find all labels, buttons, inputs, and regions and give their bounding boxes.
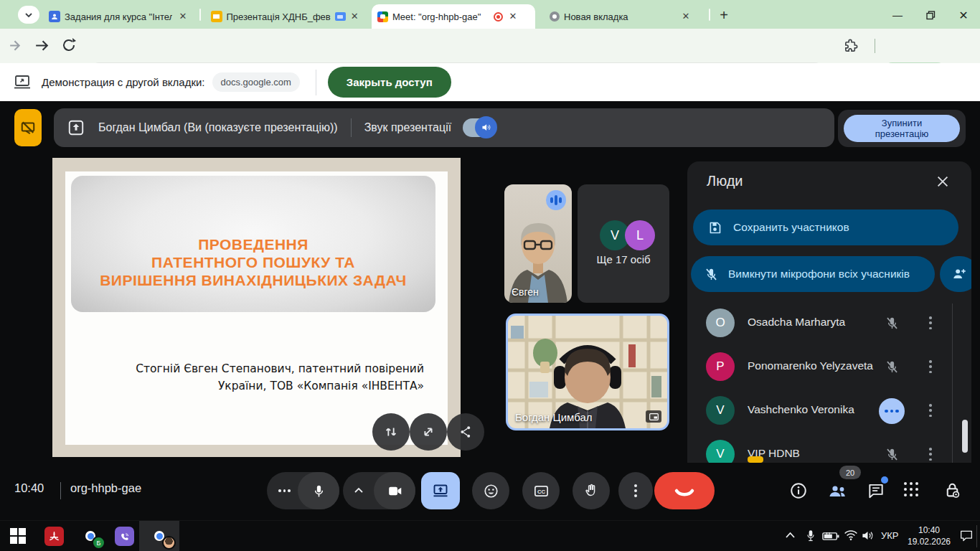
- speaker-icon: [475, 116, 497, 138]
- participant-row[interactable]: O Osadcha Marharyta: [687, 301, 956, 345]
- leave-call-button[interactable]: [654, 472, 715, 509]
- reload-icon[interactable]: [60, 37, 77, 54]
- people-button[interactable]: [828, 481, 848, 500]
- show-desktop-divider[interactable]: [976, 525, 977, 547]
- stop-presenting-button[interactable]: Зупинити презентацію: [844, 115, 960, 142]
- new-tab-button[interactable]: +: [714, 5, 734, 25]
- share-banner: Демонстрация с другой вкладки: docs.goog…: [0, 63, 980, 101]
- participant-menu-kebab[interactable]: [927, 402, 934, 418]
- slide-title: ПРОВЕДЕННЯ ПАТЕНТНОГО ПОШУКУ ТА ВИРІШЕНН…: [71, 235, 435, 289]
- participant-menu-kebab[interactable]: [927, 315, 934, 331]
- slide-subtitle-line2: України, ТОВ «Компанія «ІНВЕНТА»: [71, 377, 424, 395]
- participant-name: Vashchenko Veronika: [748, 403, 854, 416]
- participant-menu-kebab[interactable]: [927, 359, 934, 375]
- close-icon[interactable]: ✕: [176, 10, 189, 23]
- mic-off-icon: [885, 359, 900, 375]
- tab-title: Meet: "org-hhpb-gae": [392, 11, 489, 22]
- participant-avatar: O: [706, 309, 735, 337]
- video-tile-bogdan[interactable]: Богдан Цимбал: [506, 314, 669, 430]
- participant-menu-kebab[interactable]: [927, 446, 934, 462]
- tray-volume-icon[interactable]: [861, 529, 875, 542]
- header-divider: [351, 118, 352, 137]
- cc-icon: CC: [533, 483, 550, 499]
- profile-badge-avatar: [162, 536, 176, 550]
- reactions-button[interactable]: [472, 472, 509, 509]
- browser-toolbar: meet.google.com/org-hhpb-gae?authuser=0 …: [0, 29, 980, 64]
- people-count-badge: 20: [839, 466, 861, 479]
- window-restore-button[interactable]: [918, 6, 943, 24]
- tray-mic-icon[interactable]: [805, 528, 816, 543]
- participant-row[interactable]: V VIP HDNB: [687, 433, 956, 463]
- tab-slides[interactable]: Презентація ХДНБ_феврал ✕: [205, 4, 367, 29]
- raise-hand-button[interactable]: [573, 472, 610, 509]
- mic-options-dots-icon[interactable]: [278, 489, 291, 492]
- start-button[interactable]: [10, 528, 26, 544]
- participant-name: Osadcha Marharyta: [748, 316, 845, 329]
- camera-options-chevron-icon[interactable]: [354, 487, 364, 494]
- present-button-active[interactable]: [421, 472, 460, 509]
- participant-row[interactable]: P Ponomarenko Yelyzaveta: [687, 345, 956, 389]
- tab-classroom[interactable]: Задания для курса "Інтелектуа ✕: [43, 4, 197, 29]
- more-options-button[interactable]: [618, 472, 653, 509]
- pip-icon[interactable]: [646, 410, 661, 423]
- mic-off-icon: [885, 316, 900, 331]
- tray-chevron-icon[interactable]: [785, 531, 796, 540]
- tray-battery-icon[interactable]: [822, 532, 839, 541]
- fullscreen-button[interactable]: [410, 413, 447, 451]
- acrobat-icon[interactable]: [44, 527, 64, 546]
- add-person-button[interactable]: [940, 256, 971, 292]
- tab-title: Задания для курса "Інтелектуа: [65, 11, 172, 22]
- tray-language-label[interactable]: УКР: [881, 530, 899, 541]
- tab-search-button[interactable]: [18, 6, 39, 24]
- mic-icon: [311, 484, 326, 499]
- share-slide-button[interactable]: [447, 413, 484, 451]
- mute-all-button[interactable]: Вимкнути мікрофони всіх учасників: [691, 256, 935, 292]
- chat-button[interactable]: [867, 481, 885, 500]
- host-controls-button[interactable]: [943, 481, 962, 500]
- tray-clock[interactable]: 10:40 19.02.2026: [903, 524, 956, 547]
- scroll-presentation-button[interactable]: [372, 413, 410, 451]
- tab-title: Презентація ХДНБ_феврал: [227, 11, 331, 22]
- clock-label: 10:40: [14, 481, 44, 495]
- slide-subtitle: Стогній Євген Степанович, патентний пові…: [71, 360, 424, 395]
- presenting-header-bar: Богдан Цимбал (Ви (показуєте презентацію…: [54, 108, 834, 147]
- speaking-indicator-icon[interactable]: [879, 398, 905, 424]
- captions-button[interactable]: CC: [522, 472, 560, 509]
- window-minimize-button[interactable]: —: [885, 6, 910, 24]
- windows-taskbar: Б УКР 10:40 19.02.2026: [0, 520, 980, 551]
- tile-more-people[interactable]: V L Ще 17 осіб: [578, 184, 669, 303]
- save-participants-button[interactable]: Сохранить участников: [693, 209, 958, 245]
- tab-newtab[interactable]: Новая вкладка ✕: [544, 4, 705, 29]
- meeting-info-button[interactable]: [789, 481, 808, 500]
- close-icon[interactable]: ✕: [507, 10, 519, 23]
- participant-name: Ponomarenko Yelyzaveta: [748, 359, 873, 372]
- forward-icon[interactable]: [33, 37, 51, 55]
- kebab-icon: [628, 483, 643, 499]
- people-panel: Люди Сохранить участников Вимкнути мікро…: [687, 161, 971, 463]
- mic-button[interactable]: [298, 472, 339, 509]
- people-icon: [828, 481, 848, 500]
- chat-icon: [867, 481, 885, 500]
- camera-button[interactable]: [374, 472, 415, 509]
- stop-presenting-line1: Зупинити: [882, 118, 922, 128]
- video-tile-evgen[interactable]: Євген: [504, 184, 572, 303]
- tab-meet-active[interactable]: Meet: "org-hhpb-gae" ✕: [372, 4, 535, 29]
- presentation-audio-toggle[interactable]: [463, 118, 496, 137]
- extensions-icon[interactable]: [843, 37, 859, 54]
- activities-button[interactable]: [904, 482, 921, 499]
- close-panel-icon[interactable]: [935, 174, 951, 189]
- close-icon[interactable]: ✕: [349, 10, 361, 23]
- slide-title-line3: ВИРІШЕННЯ ВИНАХІДНИЦЬКИХ ЗАДАЧ: [71, 271, 435, 289]
- participant-row[interactable]: V Vashchenko Veronika: [687, 389, 956, 433]
- tray-wifi-icon[interactable]: [844, 529, 858, 541]
- meeting-code-label: org-hhpb-gae: [70, 481, 141, 495]
- presentation-hidden-icon[interactable]: [14, 109, 42, 146]
- scrollbar-thumb[interactable]: [962, 420, 968, 453]
- window-close-button[interactable]: ✕: [951, 6, 976, 24]
- stop-sharing-button[interactable]: Закрыть доступ: [328, 67, 451, 98]
- action-center-icon[interactable]: [960, 529, 973, 542]
- back-icon[interactable]: [7, 37, 25, 55]
- close-icon[interactable]: ✕: [679, 10, 692, 23]
- info-icon: [789, 481, 808, 500]
- viber-icon[interactable]: [115, 527, 134, 546]
